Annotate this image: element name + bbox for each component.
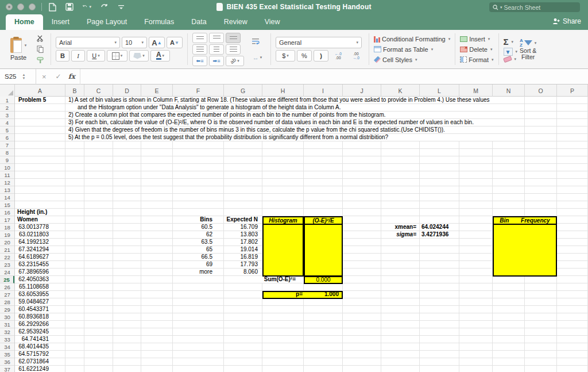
insert-function-icon[interactable]: fx — [65, 72, 80, 80]
font-name-combobox[interactable]: Arial▾ — [56, 37, 120, 48]
column-header-E[interactable]: E — [141, 85, 173, 97]
row-header-5[interactable]: 5 — [0, 126, 14, 134]
comma-style-button[interactable]: ) — [314, 50, 328, 62]
cell-g22[interactable]: 16.819 — [224, 254, 262, 260]
name-box[interactable]: S25 ▲▼ — [0, 69, 36, 85]
row-header-3[interactable]: 3 — [0, 112, 14, 119]
row-header-25[interactable]: 25 — [0, 276, 14, 283]
cell-a30[interactable]: 60.8936818 — [15, 313, 65, 320]
row-header-10[interactable]: 10 — [0, 164, 14, 171]
tab-page-layout[interactable]: Page Layout — [78, 14, 136, 30]
row-header-24[interactable]: 24 — [0, 269, 14, 276]
font-color-button[interactable]: A▾ — [150, 50, 170, 62]
cell-g23[interactable]: 17.793 — [224, 261, 262, 268]
cut-button[interactable] — [34, 34, 46, 43]
confirm-entry-icon[interactable]: ✓ — [52, 72, 65, 80]
cell-grid[interactable]: Problem 5 1) A set of bin values is show… — [0, 97, 588, 372]
zoom-window-button[interactable] — [29, 3, 36, 10]
cell-f23[interactable]: 69 — [173, 261, 224, 268]
share-button[interactable]: Share — [552, 17, 581, 25]
row-header-21[interactable]: 21 — [0, 246, 14, 254]
new-document-icon[interactable] — [48, 2, 57, 11]
row-header-13[interactable]: 13 — [0, 186, 14, 194]
cell-g24[interactable]: 8.060 — [224, 269, 262, 275]
undo-icon[interactable]: ▾ — [82, 2, 91, 11]
row-header-8[interactable]: 8 — [0, 149, 14, 156]
column-header-A[interactable]: A — [15, 85, 65, 97]
row-header-17[interactable]: 17 — [0, 216, 14, 224]
align-bottom-button[interactable] — [226, 33, 241, 43]
frequency-header-cell[interactable]: Frequency — [521, 217, 550, 224]
tab-home[interactable]: Home — [6, 14, 43, 30]
row-header-7[interactable]: 7 — [0, 141, 14, 149]
cell-a24[interactable]: 67.3896596 — [15, 269, 65, 275]
tab-review[interactable]: Review — [215, 14, 256, 30]
row-header-32[interactable]: 32 — [0, 328, 14, 336]
sort-filter-button[interactable]: AZ ▾ Sort & Filter — [520, 39, 536, 60]
increase-indent-button[interactable]: ➡≡ — [209, 56, 224, 66]
name-box-spinner[interactable]: ▲▼ — [22, 73, 25, 80]
italic-button[interactable]: I — [71, 50, 85, 62]
cell-a18[interactable]: 63.0013778 — [15, 224, 65, 231]
row-header-16[interactable]: 16 — [0, 209, 14, 216]
cell-a33[interactable]: 64.741431 — [15, 336, 65, 343]
cell-b3-instruction[interactable]: 2) Create a column plot that compares th… — [65, 112, 493, 118]
decrease-decimal-button[interactable]: .00→.0 — [348, 50, 364, 62]
align-middle-button[interactable] — [209, 33, 224, 43]
cell-i25-sum-value-box[interactable]: 0.000 — [304, 276, 343, 284]
format-cells-button[interactable]: Format▾ — [460, 56, 493, 63]
column-header-I[interactable]: I — [304, 85, 343, 97]
cell-a19[interactable]: 63.0211803 — [15, 231, 65, 238]
percent-style-button[interactable]: % — [297, 50, 312, 62]
row-header-36[interactable]: 36 — [0, 358, 14, 366]
cell-a34[interactable]: 68.4014435 — [15, 343, 65, 350]
cell-a27[interactable]: 63.6053955 — [15, 291, 65, 298]
cell-b5-instruction[interactable]: 4) Given that the degrees of freedom is … — [65, 126, 493, 133]
search-sheet-input[interactable]: ▾ Search Sheet — [489, 2, 580, 12]
cell-styles-button[interactable]: Cell Styles▾ — [374, 56, 450, 63]
cell-a20[interactable]: 64.1992132 — [15, 239, 65, 246]
fill-color-button[interactable]: ▾ — [129, 50, 149, 62]
row-header-27[interactable]: 27 — [0, 291, 14, 298]
tab-formulas[interactable]: Formulas — [136, 14, 183, 30]
formula-input[interactable] — [80, 69, 588, 85]
cell-a28[interactable]: 59.0484627 — [15, 298, 65, 305]
oe-answer-block[interactable]: (O-E)²/E — [304, 216, 343, 277]
row-header-29[interactable]: 29 — [0, 306, 14, 313]
row-header-26[interactable]: 26 — [0, 283, 14, 291]
bold-button[interactable]: B — [56, 50, 69, 62]
histogram-header-cell[interactable]: Histogram — [264, 217, 303, 225]
align-top-button[interactable] — [192, 33, 207, 43]
cell-a21[interactable]: 67.3241294 — [15, 246, 65, 253]
row-header-35[interactable]: 35 — [0, 351, 14, 358]
cell-f24[interactable]: more — [173, 269, 224, 275]
row-header-11[interactable]: 11 — [0, 171, 14, 179]
cell-g17-expected-label[interactable]: Expected N — [224, 216, 262, 223]
cell-f21[interactable]: 65 — [173, 246, 224, 253]
redo-icon[interactable] — [99, 2, 109, 11]
column-header-H[interactable]: H — [262, 85, 304, 97]
format-painter-button[interactable] — [34, 56, 46, 65]
column-header-B[interactable]: B — [65, 85, 84, 97]
column-header-K[interactable]: K — [381, 85, 420, 97]
font-size-combobox[interactable]: 10▾ — [122, 37, 147, 48]
text-orientation-button[interactable]: ab▾ — [226, 56, 244, 66]
row-header-15[interactable]: 15 — [0, 201, 14, 209]
p-value-box[interactable]: p= 1.000 — [262, 291, 343, 299]
align-left-button[interactable] — [192, 44, 207, 55]
decrease-indent-button[interactable]: ⬅≡ — [192, 56, 207, 66]
cell-b4-instruction[interactable]: 3) For each bin, calculate the value of … — [65, 119, 493, 126]
row-header-6[interactable]: 6 — [0, 134, 14, 141]
column-header-N[interactable]: N — [493, 85, 525, 97]
column-header-M[interactable]: M — [459, 85, 493, 97]
cell-a31[interactable]: 66.2929266 — [15, 321, 65, 328]
cell-k18-xmean-label[interactable]: xmean= — [381, 224, 420, 231]
insert-cells-button[interactable]: Insert▾ — [460, 36, 493, 43]
column-header-J[interactable]: J — [343, 85, 381, 97]
row-header-12[interactable]: 12 — [0, 179, 14, 186]
accounting-format-button[interactable]: $▾ — [276, 50, 295, 62]
minimize-window-button[interactable] — [17, 3, 24, 10]
select-all-corner[interactable] — [0, 85, 15, 97]
row-header-28[interactable]: 28 — [0, 298, 14, 306]
cell-a26[interactable]: 65.1108658 — [15, 283, 65, 290]
